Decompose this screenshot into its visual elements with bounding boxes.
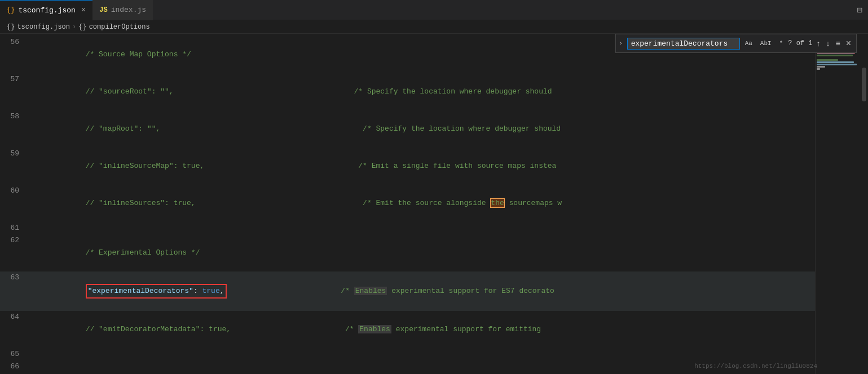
find-whole-word-button[interactable]: AbI bbox=[757, 38, 774, 48]
find-close-button[interactable]: × bbox=[844, 38, 853, 48]
code-token: // "emitDecoratorMetadata": true, /* Ena… bbox=[68, 325, 541, 333]
code-token bbox=[68, 287, 85, 295]
code-line-62: 62 /* Experimental Options */ bbox=[0, 234, 815, 271]
minimap-line bbox=[817, 64, 857, 65]
line-number-57: 57 bbox=[0, 73, 28, 86]
scrollbar-thumb[interactable] bbox=[862, 68, 866, 101]
code-token: : bbox=[193, 287, 202, 295]
code-line-59: 59 // "inlineSourceMap": true, /* Emit a… bbox=[0, 148, 815, 185]
line-number-64: 64 bbox=[0, 311, 28, 323]
code-line-57: 57 // "sourceRoot": "", /* Specify the l… bbox=[0, 73, 815, 110]
line-number-59: 59 bbox=[0, 148, 28, 160]
code-token: true bbox=[202, 287, 219, 295]
code-editor[interactable]: 56 /* Source Map Options */ 57 // "sourc… bbox=[0, 34, 815, 374]
find-next-button[interactable]: ↓ bbox=[824, 39, 831, 48]
code-line-63: 63 "experimentalDecorators": true, /* En… bbox=[0, 271, 815, 311]
code-line-65: 65 bbox=[0, 348, 815, 360]
breadcrumb-item-compileroptions[interactable]: {} bbox=[78, 23, 86, 31]
find-count: ? of 1 bbox=[788, 39, 812, 47]
highlight-box-63: "experimentalDecorators": true, bbox=[86, 284, 227, 299]
code-line-61: 61 bbox=[0, 222, 815, 234]
find-regex-button[interactable]: * bbox=[777, 38, 786, 48]
line-content-64: // "emitDecoratorMetadata": true, /* Ena… bbox=[28, 311, 815, 348]
find-expand-icon[interactable]: › bbox=[619, 41, 623, 47]
line-content-58: // "mapRoot": "", /* Specify the locatio… bbox=[28, 110, 815, 148]
find-widget: › Aa AbI * ? of 1 ↑ ↓ ≡ × bbox=[615, 34, 857, 53]
minimap-line bbox=[817, 61, 854, 63]
line-number-61: 61 bbox=[0, 222, 28, 234]
vertical-scrollbar[interactable] bbox=[860, 34, 868, 374]
tab-label-indexjs: index.js bbox=[111, 6, 146, 14]
line-number-56: 56 bbox=[0, 36, 28, 48]
tab-bar: {} tsconfig.json × JS index.js ⊟ bbox=[0, 0, 868, 20]
line-number-60: 60 bbox=[0, 185, 28, 197]
breadcrumb-separator: › bbox=[72, 23, 76, 31]
code-token: /* Enables experimental support for ES7 … bbox=[227, 287, 554, 295]
code-token: // "inlineSources": true, /* Emit the so… bbox=[68, 198, 562, 208]
code-token: // "inlineSourceMap": true, /* Emit a si… bbox=[68, 162, 556, 170]
breadcrumb-tsconfig-label: tsconfig.json bbox=[17, 23, 70, 31]
code-token: // "sourceRoot": "", /* Specify the loca… bbox=[68, 87, 552, 96]
minimap bbox=[815, 34, 860, 374]
line-content-62: /* Experimental Options */ bbox=[28, 234, 815, 271]
breadcrumb-compileroptions-label: compilerOptions bbox=[89, 23, 150, 31]
js-icon: JS bbox=[99, 6, 107, 14]
editor-area: › Aa AbI * ? of 1 ↑ ↓ ≡ × 56 /* Source M… bbox=[0, 34, 868, 374]
code-token: , bbox=[220, 287, 224, 295]
json-icon: {} bbox=[7, 6, 15, 14]
tab-close-tsconfig[interactable]: × bbox=[81, 6, 86, 15]
minimap-line bbox=[817, 66, 825, 68]
tab-label-tsconfig: tsconfig.json bbox=[18, 6, 75, 15]
breadcrumb: {} tsconfig.json › {} compilerOptions bbox=[0, 20, 868, 34]
find-toggle-replace-button[interactable]: ≡ bbox=[834, 39, 841, 48]
tab-tsconfig[interactable]: {} tsconfig.json × bbox=[0, 0, 92, 20]
tab-indexjs[interactable]: JS index.js bbox=[92, 0, 153, 20]
line-number-58: 58 bbox=[0, 110, 28, 123]
find-match-case-button[interactable]: Aa bbox=[742, 38, 755, 48]
breadcrumb-item-tsconfig[interactable]: {} bbox=[7, 23, 15, 31]
find-previous-button[interactable]: ↑ bbox=[814, 39, 822, 48]
find-input[interactable] bbox=[627, 38, 740, 50]
code-line-60: 60 // "inlineSources": true, /* Emit the… bbox=[0, 185, 815, 222]
line-content-63: "experimentalDecorators": true, /* Enabl… bbox=[28, 271, 815, 311]
split-editor-icon[interactable]: ⊟ bbox=[851, 5, 868, 16]
code-token: "experimentalDecorators" bbox=[88, 287, 193, 295]
line-number-62: 62 bbox=[0, 234, 28, 247]
minimap-line bbox=[817, 55, 853, 56]
code-line-58: 58 // "mapRoot": "", /* Specify the loca… bbox=[0, 110, 815, 148]
watermark: https://blog.csdn.net/lingliu0824 bbox=[694, 363, 817, 369]
code-line-64: 64 // "emitDecoratorMetadata": true, /* … bbox=[0, 311, 815, 348]
line-number-65: 65 bbox=[0, 348, 28, 360]
line-number-63: 63 bbox=[0, 271, 28, 284]
code-token: // "mapRoot": "", /* Specify the locatio… bbox=[68, 124, 561, 133]
line-content-59: // "inlineSourceMap": true, /* Emit a si… bbox=[28, 148, 815, 185]
line-number-66: 66 bbox=[0, 360, 28, 373]
code-line-66: 66 /* Advanced Options */ bbox=[0, 360, 815, 374]
code-token: /* Experimental Options */ bbox=[68, 248, 200, 257]
minimap-line bbox=[817, 59, 838, 61]
minimap-line bbox=[817, 68, 820, 70]
line-content-60: // "inlineSources": true, /* Emit the so… bbox=[28, 185, 815, 222]
line-content-57: // "sourceRoot": "", /* Specify the loca… bbox=[28, 73, 815, 110]
code-token: /* Source Map Options */ bbox=[68, 50, 191, 59]
